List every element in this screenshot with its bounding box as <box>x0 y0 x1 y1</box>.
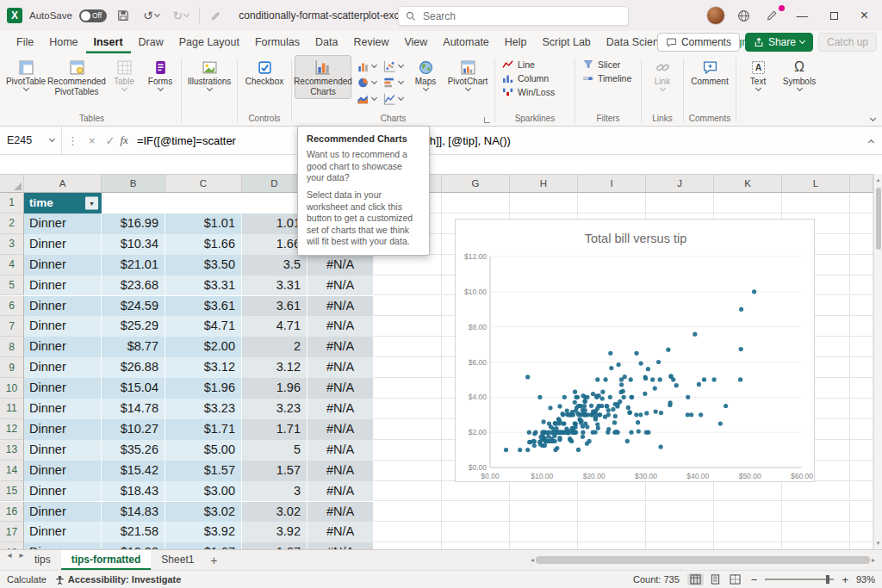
cell-D14[interactable]: 1.57 <box>242 461 307 481</box>
cancel-entry-button[interactable]: × <box>84 134 101 147</box>
cell-empty[interactable] <box>714 542 782 549</box>
cell-empty[interactable] <box>374 419 442 440</box>
column-header-C[interactable]: C <box>165 175 242 193</box>
ribbon-tab-formulas[interactable]: Formulas <box>247 31 307 53</box>
sheet-tab-tips-formatted[interactable]: tips-formatted <box>61 550 152 570</box>
symbols-button[interactable]: Ω Symbols <box>777 55 822 93</box>
row-header-9[interactable]: 9 <box>0 357 24 378</box>
pivottable-button[interactable]: PivotTable <box>5 55 47 93</box>
cell-empty[interactable] <box>850 419 873 440</box>
row-header-13[interactable]: 13 <box>0 440 24 461</box>
cell-B5[interactable]: $23.68 <box>102 275 165 296</box>
column-header-J[interactable]: J <box>646 175 714 193</box>
cell-empty[interactable] <box>578 193 646 214</box>
row-header-7[interactable]: 7 <box>0 316 24 337</box>
row-header-2[interactable]: 2 <box>0 214 24 234</box>
cell-empty[interactable] <box>646 193 714 214</box>
cell-B18[interactable]: $10.33 <box>102 542 165 549</box>
cell-empty[interactable] <box>578 481 646 502</box>
insert-scatter-chart-button[interactable] <box>382 59 405 73</box>
sparkline-column-button[interactable]: Column <box>500 72 570 84</box>
cell-D16[interactable]: 3.02 <box>242 502 307 523</box>
dialog-launcher-icon[interactable] <box>484 117 490 123</box>
cell-empty[interactable] <box>374 296 442 317</box>
cell-empty[interactable] <box>510 522 578 542</box>
row-header-17[interactable]: 17 <box>0 522 24 542</box>
column-header-A[interactable]: A <box>24 175 102 193</box>
avatar[interactable] <box>706 6 725 25</box>
row-header-11[interactable]: 11 <box>0 399 24 419</box>
cell-A9[interactable]: Dinner <box>24 357 102 378</box>
column-header-B[interactable]: B <box>102 175 165 193</box>
cell-empty[interactable] <box>714 522 782 542</box>
cell-B11[interactable]: $14.78 <box>102 399 165 419</box>
redo-button[interactable]: ↻ <box>170 8 193 23</box>
cell-E6[interactable]: #N/A <box>307 296 374 317</box>
scatter-chart[interactable]: Total bill versus tip$0.00$2.00$4.00$6.0… <box>455 219 815 482</box>
cell-empty[interactable] <box>374 481 442 502</box>
cell-D4[interactable]: 3.5 <box>242 255 307 275</box>
cell-empty[interactable] <box>850 481 873 502</box>
ribbon-tab-insert[interactable]: Insert <box>86 31 131 53</box>
cell-C6[interactable]: $3.61 <box>165 296 242 317</box>
cell-E13[interactable]: #N/A <box>307 440 374 461</box>
cell-C4[interactable]: $3.50 <box>165 255 242 275</box>
minimize-button[interactable]: — <box>790 8 815 24</box>
cell-E8[interactable]: #N/A <box>307 337 374 357</box>
search-input[interactable] <box>421 9 593 23</box>
cell-B6[interactable]: $24.59 <box>102 296 165 317</box>
cell-A17[interactable]: Dinner <box>24 522 102 542</box>
cell-empty[interactable] <box>646 542 714 549</box>
page-break-view-button[interactable] <box>727 573 743 585</box>
cell-empty[interactable] <box>510 481 578 502</box>
cell-empty[interactable] <box>442 522 510 542</box>
zoom-level[interactable]: 93% <box>856 574 875 585</box>
horizontal-scrollbar[interactable]: ◂ ▸ <box>531 554 875 566</box>
cell-empty[interactable] <box>510 502 578 523</box>
undo-button[interactable]: ↺ <box>140 8 163 23</box>
accessibility-status[interactable]: Accessibility: Investigate <box>55 574 181 585</box>
cell-B4[interactable]: $21.01 <box>102 255 165 275</box>
cell-B8[interactable]: $8.77 <box>102 337 165 357</box>
cell-D8[interactable]: 2 <box>242 337 307 357</box>
collapse-ribbon-icon[interactable] <box>870 115 876 121</box>
scroll-right-icon[interactable]: ▸ <box>872 556 875 564</box>
cell-empty[interactable] <box>782 542 850 549</box>
cell-B17[interactable]: $21.58 <box>102 522 165 542</box>
cell-A6[interactable]: Dinner <box>24 296 102 317</box>
cell-empty[interactable] <box>374 255 442 275</box>
column-header-L[interactable]: L <box>782 175 850 193</box>
cell-A8[interactable]: Dinner <box>24 337 102 357</box>
ribbon-tab-draw[interactable]: Draw <box>131 31 171 53</box>
row-header-4[interactable]: 4 <box>0 255 24 275</box>
recommended-pivottables-button[interactable]: Recommended PivotTables <box>47 55 106 99</box>
cell-A12[interactable]: Dinner <box>24 419 102 440</box>
cell-empty[interactable] <box>850 214 873 234</box>
ribbon-tab-page-layout[interactable]: Page Layout <box>171 31 247 53</box>
name-box[interactable]: E245 <box>0 127 62 154</box>
cell-E11[interactable]: #N/A <box>307 399 374 419</box>
normal-view-button[interactable] <box>687 573 704 585</box>
save-button[interactable] <box>114 8 133 23</box>
cell-C18[interactable]: $1.67 <box>165 542 242 549</box>
page-layout-view-button[interactable] <box>707 573 724 585</box>
column-header-K[interactable]: K <box>714 175 782 193</box>
cell-empty[interactable] <box>782 481 850 502</box>
cell-C2[interactable]: $1.01 <box>165 214 242 234</box>
cell-empty[interactable] <box>646 481 714 502</box>
cell-A16[interactable]: Dinner <box>24 502 102 523</box>
cell-C9[interactable]: $3.12 <box>165 357 242 378</box>
cell-empty[interactable] <box>782 502 850 523</box>
cell-B14[interactable]: $15.42 <box>102 461 165 481</box>
cell-A4[interactable]: Dinner <box>24 255 102 275</box>
add-sheet-button[interactable]: + <box>204 550 223 570</box>
column-header-partial[interactable] <box>850 175 873 193</box>
cell-empty[interactable] <box>850 522 873 542</box>
row-header-16[interactable]: 16 <box>0 502 24 523</box>
cell-D11[interactable]: 3.23 <box>242 399 307 419</box>
cell-empty[interactable] <box>374 440 442 461</box>
filter-button[interactable]: ▾ <box>85 196 98 209</box>
cell-C14[interactable]: $1.57 <box>165 461 242 481</box>
cell-B15[interactable]: $18.43 <box>102 481 165 502</box>
ribbon-tab-home[interactable]: Home <box>41 31 85 53</box>
